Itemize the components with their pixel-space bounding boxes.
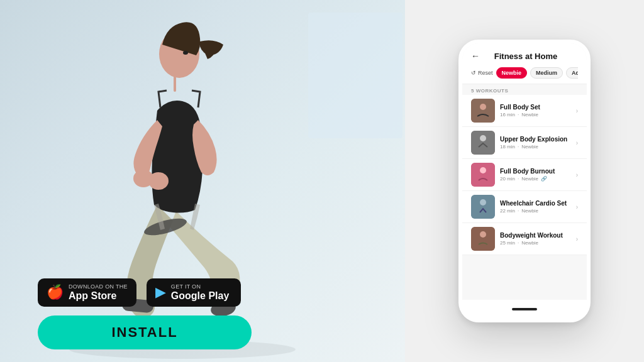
workout-info: Full Body Burnout 20 min · Newbie 🔗 — [500, 168, 576, 182]
reset-label: Reset — [478, 70, 493, 76]
phone-screen-title: Fitness at Home — [485, 52, 567, 61]
svg-rect-13 — [471, 163, 495, 187]
workout-thumbnail — [471, 163, 495, 187]
background-window — [308, 13, 402, 138]
svg-point-10 — [480, 104, 486, 110]
cta-section: 🍎 Download on the App Store ▶ GET IT ON … — [38, 278, 252, 349]
svg-rect-17 — [471, 227, 495, 251]
chevron-right-icon: › — [576, 140, 578, 146]
svg-point-18 — [480, 231, 486, 238]
phone-screen: ← Fitness at Home ↺ Reset Newbie Medium … — [462, 43, 587, 300]
workout-info: Wheelchair Cardio Set 22 min · Newbie — [500, 200, 576, 214]
chevron-right-icon: › — [576, 172, 578, 178]
apple-icon: 🍎 — [47, 284, 64, 300]
workout-meta: 16 min · Newbie — [500, 112, 576, 118]
store-buttons: 🍎 Download on the App Store ▶ GET IT ON … — [38, 278, 252, 307]
workout-count-label: 5 WORKOUTS — [462, 84, 587, 95]
workout-name: Full Body Set — [500, 104, 576, 111]
svg-rect-15 — [471, 195, 495, 219]
link-icon: 🔗 — [541, 176, 547, 182]
svg-point-14 — [480, 167, 486, 173]
phone-mockup: ← Fitness at Home ↺ Reset Newbie Medium … — [458, 40, 591, 322]
app-store-text: Download on the App Store — [69, 283, 128, 302]
workout-info: Upper Body Explosion 18 min · Newbie — [500, 136, 576, 150]
workout-meta: 22 min · Newbie — [500, 208, 576, 214]
filter-row: ↺ Reset Newbie Medium Advance — [471, 67, 578, 79]
workout-name: Upper Body Explosion — [500, 136, 576, 143]
workout-meta: 20 min · Newbie 🔗 — [500, 176, 576, 182]
google-play-button[interactable]: ▶ GET IT ON Google Play — [147, 278, 241, 307]
right-section: ← Fitness at Home ↺ Reset Newbie Medium … — [405, 0, 644, 362]
phone-back-button[interactable]: ← — [471, 51, 480, 61]
phone-nav: ← Fitness at Home — [471, 51, 578, 61]
reset-icon: ↺ — [471, 70, 476, 76]
svg-point-12 — [480, 135, 486, 141]
chevron-right-icon: › — [576, 236, 578, 243]
workout-thumbnail — [471, 227, 495, 251]
workout-meta: 18 min · Newbie — [500, 144, 576, 150]
workout-thumbnail — [471, 99, 495, 123]
workout-thumbnail — [471, 195, 495, 219]
phone-header: ← Fitness at Home ↺ Reset Newbie Medium … — [462, 43, 587, 84]
app-store-button[interactable]: 🍎 Download on the App Store — [38, 278, 136, 307]
svg-point-5 — [148, 172, 169, 190]
workout-item[interactable]: Bodyweight Workout 25 min · Newbie › — [462, 223, 587, 255]
install-button[interactable]: INSTALL — [38, 315, 252, 349]
app-store-top-text: Download on the — [69, 283, 128, 290]
filter-medium-button[interactable]: Medium — [530, 67, 563, 79]
workout-name: Wheelchair Cardio Set — [500, 200, 576, 207]
home-indicator — [512, 308, 537, 310]
filter-newbie-button[interactable]: Newbie — [496, 67, 528, 79]
phone-bottom-bar — [462, 300, 587, 319]
svg-point-16 — [480, 199, 486, 206]
workout-item[interactable]: Upper Body Explosion 18 min · Newbie › — [462, 127, 587, 159]
google-play-icon: ▶ — [155, 284, 166, 300]
chevron-right-icon: › — [576, 204, 578, 211]
filter-reset-button[interactable]: ↺ Reset — [471, 70, 493, 76]
workout-name: Bodyweight Workout — [500, 232, 576, 239]
svg-rect-9 — [471, 99, 495, 123]
workout-item[interactable]: Wheelchair Cardio Set 22 min · Newbie › — [462, 191, 587, 223]
svg-point-8 — [183, 51, 188, 55]
google-play-top-text: GET IT ON — [171, 283, 229, 290]
filter-advance-button[interactable]: Advance — [566, 67, 578, 79]
google-play-text: GET IT ON Google Play — [171, 283, 229, 302]
google-play-main-text: Google Play — [171, 290, 229, 302]
workout-info: Full Body Set 16 min · Newbie — [500, 104, 576, 118]
workout-meta: 25 min · Newbie — [500, 240, 576, 246]
workout-thumbnail — [471, 131, 495, 155]
workout-item[interactable]: Full Body Burnout 20 min · Newbie 🔗 › — [462, 159, 587, 191]
app-store-main-text: App Store — [69, 290, 128, 302]
chevron-right-icon: › — [576, 107, 578, 114]
workout-info: Bodyweight Workout 25 min · Newbie — [500, 232, 576, 246]
workout-list: Full Body Set 16 min · Newbie › — [462, 95, 587, 300]
workout-name: Full Body Burnout — [500, 168, 576, 175]
workout-item[interactable]: Full Body Set 16 min · Newbie › — [462, 95, 587, 127]
